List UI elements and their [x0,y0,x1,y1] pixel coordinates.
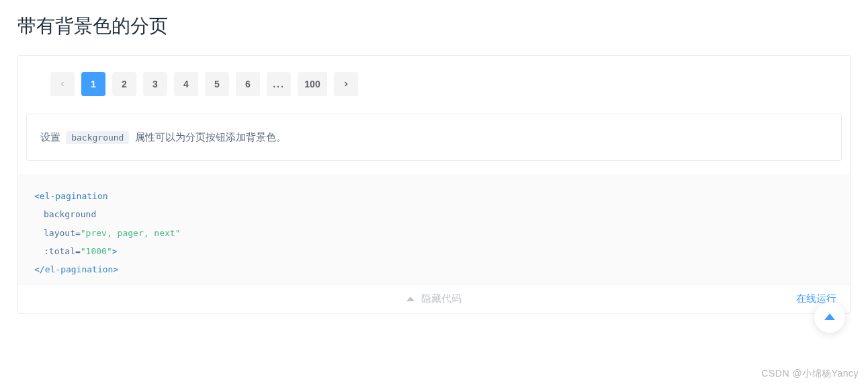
demo-box: 1 2 3 4 5 6 ... 100 设置 background 属性可以为分… [17,55,851,314]
pagination: 1 2 3 4 5 6 ... 100 [50,72,834,96]
description-after: 属性可以为分页按钮添加背景色。 [135,131,286,143]
page-1-button[interactable]: 1 [81,72,105,96]
caret-up-icon [406,297,415,301]
prev-button[interactable] [50,72,75,96]
page-100-button[interactable]: 100 [298,72,327,96]
code-attr-layout-name: layout= [44,228,81,238]
page-3-button[interactable]: 3 [143,72,167,96]
caret-up-icon [824,313,835,320]
page-2-button[interactable]: 2 [112,72,136,96]
code-block: <el-paginationbackgroundlayout="prev, pa… [18,174,850,284]
page-5-button[interactable]: 5 [205,72,229,96]
watermark: CSDN @小绵杨Yancy [761,368,859,380]
code-attr-total-name: :total= [44,246,81,256]
footer-bar: 隐藏代码 在线运行 [18,284,850,313]
demo-content: 1 2 3 4 5 6 ... 100 [18,56,850,114]
page-6-button[interactable]: 6 [236,72,260,96]
code-open-tag: <el-pagination [34,191,108,201]
next-button[interactable] [334,72,358,96]
code-attr-layout-val: "prev, pager, next" [81,228,181,238]
description-code-chip: background [66,131,129,144]
hide-code-label: 隐藏代码 [421,293,462,305]
page-ellipsis-button[interactable]: ... [267,72,291,96]
code-attr-background: background [44,209,96,219]
description-box: 设置 background 属性可以为分页按钮添加背景色。 [26,114,842,161]
hide-code-button[interactable]: 隐藏代码 [406,293,462,305]
page-title: 带有背景色的分页 [0,0,868,55]
code-attr-close: > [112,246,118,256]
scroll-top-button[interactable] [814,302,845,333]
page-4-button[interactable]: 4 [174,72,198,96]
code-attr-total-val: "1000" [81,246,112,256]
description-before: 设置 [40,131,60,143]
code-close-tag: </el-pagination> [34,264,118,274]
